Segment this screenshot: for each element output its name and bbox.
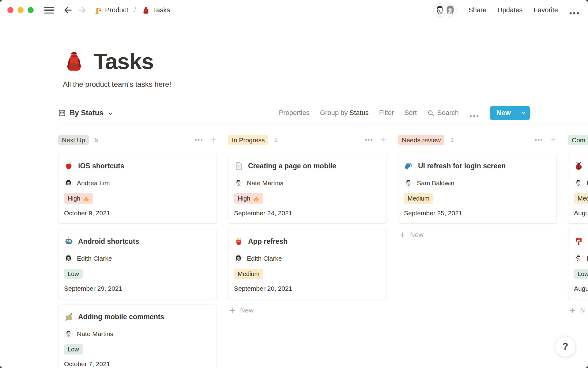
view-switcher[interactable]: By Status xyxy=(58,109,113,117)
column-new-card-button[interactable]: New xyxy=(398,231,557,239)
column-new-card-button[interactable]: N xyxy=(568,306,588,314)
assignee-avatar xyxy=(234,254,243,263)
card-assignee-row: N xyxy=(574,178,588,187)
column-actions xyxy=(194,136,217,144)
column-add-card-icon[interactable] xyxy=(379,136,387,144)
view-options-icon[interactable] xyxy=(469,112,479,114)
group-by-button[interactable]: Group by Status xyxy=(320,109,369,117)
page-title[interactable]: Tasks xyxy=(93,48,154,74)
priority-pill: High xyxy=(64,193,93,204)
new-button-label[interactable]: New xyxy=(490,106,517,120)
page-description[interactable]: All the product team's tasks here! xyxy=(63,80,588,89)
task-card[interactable]: D N Med Augu xyxy=(568,154,588,224)
priority-pill: Medium xyxy=(234,269,263,279)
sidebar-toggle-icon[interactable] xyxy=(44,7,54,13)
card-title-row: App refresh xyxy=(234,236,381,247)
zoom-window-button[interactable] xyxy=(28,7,34,13)
column-more-icon[interactable] xyxy=(194,139,203,141)
priority-pill: Low xyxy=(574,269,588,279)
board-column: Next Up5 iOS shortcuts Andrea Lim High O… xyxy=(58,135,217,368)
task-card[interactable]: Adding mobile comments Nate Martins Low … xyxy=(58,305,217,368)
card-assignee-row: Edith Clarke xyxy=(234,254,381,263)
toolbar-controls: Properties Group by Status Filter Sort S… xyxy=(279,106,530,120)
board-view-icon xyxy=(58,109,66,117)
help-button[interactable]: ? xyxy=(555,336,576,357)
assignee-name: Nate Martins xyxy=(247,179,283,187)
card-title: Adding mobile comments xyxy=(78,312,164,322)
card-priority-row: Low xyxy=(64,269,211,279)
column-header: Needs review1 xyxy=(398,135,557,145)
share-button[interactable]: Share xyxy=(469,6,487,14)
notion-window: Product / Tasks Share Updates Favorite T xyxy=(0,0,588,368)
column-add-card-icon[interactable] xyxy=(209,136,217,144)
breadcrumb-label: Tasks xyxy=(153,6,170,14)
card-assignee-row: Nate Martins xyxy=(64,329,211,338)
forward-arrow-icon[interactable] xyxy=(77,6,87,15)
breadcrumb: Product / Tasks xyxy=(93,5,171,15)
task-card[interactable]: Creating a page on mobile Nate Martins H… xyxy=(228,154,387,224)
more-options-icon[interactable] xyxy=(569,9,579,12)
chevron-down-icon xyxy=(108,111,113,116)
column-cards: D N Med Augu E N xyxy=(568,154,588,299)
properties-button[interactable]: Properties xyxy=(279,109,309,117)
view-toolbar-divider: By Status Properties Group by Status Fil… xyxy=(58,102,588,124)
card-due-date: September 29, 2021 xyxy=(64,285,211,292)
new-button-chevron-icon[interactable] xyxy=(517,106,530,120)
breadcrumb-item-tasks[interactable]: Tasks xyxy=(141,5,171,15)
postbox-icon xyxy=(574,237,583,246)
ladybug-icon xyxy=(574,161,583,171)
topbar-actions: Share Updates Favorite xyxy=(433,3,579,17)
back-arrow-icon[interactable] xyxy=(63,6,73,15)
topbar: Product / Tasks Share Updates Favorite xyxy=(0,0,588,20)
updates-button[interactable]: Updates xyxy=(498,6,523,14)
nav-arrows xyxy=(63,6,87,15)
task-card[interactable]: Android shortcuts Edith Clarke Low Septe… xyxy=(58,229,217,299)
card-title: Creating a page on mobile xyxy=(248,161,336,171)
filter-button[interactable]: Filter xyxy=(379,109,394,117)
page-header: Tasks All the product team's tasks here! xyxy=(63,48,588,89)
column-status-pill[interactable]: In Progress xyxy=(228,135,268,145)
sort-button[interactable]: Sort xyxy=(405,109,417,117)
assignee-avatar xyxy=(64,329,73,338)
close-window-button[interactable] xyxy=(7,7,13,13)
apple-icon xyxy=(64,161,74,171)
search-button[interactable]: Search xyxy=(427,109,459,117)
card-priority-row: Med xyxy=(574,193,588,204)
column-more-icon[interactable] xyxy=(364,139,373,141)
collaborator-avatars xyxy=(433,3,457,17)
favorite-button[interactable]: Favorite xyxy=(534,6,558,14)
task-card[interactable]: UI refresh for login screen Sam Baldwin … xyxy=(398,154,557,224)
new-button[interactable]: New xyxy=(490,106,530,120)
minimize-window-button[interactable] xyxy=(17,7,24,13)
card-due-date: Augu xyxy=(574,209,588,217)
task-card[interactable]: iOS shortcuts Andrea Lim High October 9,… xyxy=(58,154,217,224)
task-card[interactable]: App refresh Edith Clarke Medium Septembe… xyxy=(228,229,387,299)
assignee-avatar xyxy=(64,254,73,263)
task-card[interactable]: E N Low Augu xyxy=(568,229,588,299)
breadcrumb-label: Product xyxy=(105,6,128,14)
new-card-label: New xyxy=(240,306,254,314)
kanban-board: Next Up5 iOS shortcuts Andrea Lim High O… xyxy=(58,135,588,368)
column-status-pill[interactable]: Needs review xyxy=(398,135,444,145)
card-assignee-row: Sam Baldwin xyxy=(404,178,551,187)
board-column: Needs review1 UI refresh for login scree… xyxy=(398,135,557,239)
breadcrumb-item-product[interactable]: Product xyxy=(93,5,130,15)
page-backpack-icon[interactable] xyxy=(63,50,85,73)
column-status-pill[interactable]: Next Up xyxy=(58,135,89,145)
assignee-name: Edith Clarke xyxy=(77,255,112,262)
priority-pill: High xyxy=(234,193,263,204)
column-add-card-icon[interactable] xyxy=(549,136,557,144)
card-assignee-row: Andrea Lim xyxy=(64,178,211,187)
column-card-count: 5 xyxy=(95,136,98,144)
collaborator-avatar-woman[interactable] xyxy=(443,3,457,17)
column-cards: UI refresh for login screen Sam Baldwin … xyxy=(398,154,557,224)
column-card-count: 1 xyxy=(450,136,454,144)
priority-pill: Low xyxy=(64,344,83,355)
column-header: Com xyxy=(568,135,588,145)
board-column: Com D N Med Augu E xyxy=(568,135,588,314)
column-cards: Creating a page on mobile Nate Martins H… xyxy=(228,154,387,299)
card-title-row: iOS shortcuts xyxy=(64,161,211,171)
column-more-icon[interactable] xyxy=(534,139,543,141)
column-status-pill[interactable]: Com xyxy=(568,135,588,145)
column-new-card-button[interactable]: New xyxy=(228,306,387,314)
